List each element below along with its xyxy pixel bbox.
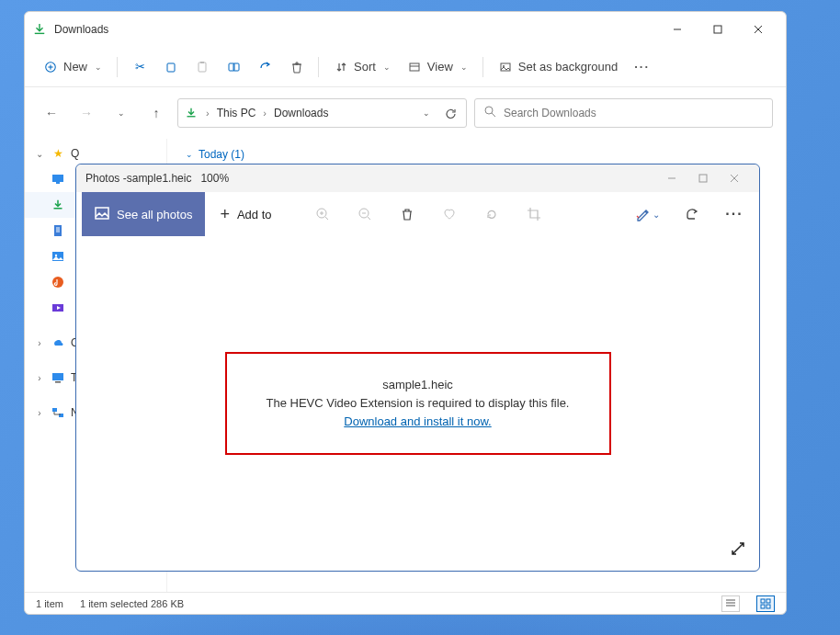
new-button[interactable]: New ⌄ bbox=[36, 52, 109, 82]
chevron-down-icon: ⌄ bbox=[653, 210, 660, 220]
share-button[interactable] bbox=[673, 196, 711, 232]
svg-point-26 bbox=[52, 277, 63, 288]
svg-rect-40 bbox=[699, 175, 707, 182]
svg-rect-28 bbox=[52, 373, 63, 380]
cloud-icon bbox=[51, 335, 65, 350]
cut-icon: ✂ bbox=[132, 60, 147, 74]
breadcrumb-root[interactable]: This PC bbox=[217, 107, 256, 119]
delete-button[interactable] bbox=[281, 52, 311, 82]
crop-button[interactable] bbox=[515, 196, 553, 232]
edit-button[interactable]: ⌄ bbox=[625, 196, 669, 232]
resize-handle-icon[interactable] bbox=[730, 540, 746, 561]
zoom-out-button[interactable] bbox=[346, 196, 384, 232]
sidebar-label: Q bbox=[71, 147, 79, 160]
view-button[interactable]: View ⌄ bbox=[400, 52, 475, 82]
pictures-icon bbox=[51, 249, 65, 264]
more-button[interactable]: ··· bbox=[715, 196, 754, 232]
videos-icon bbox=[51, 300, 65, 315]
photos-toolbar: See all photos + Add to ⌄ ··· bbox=[76, 192, 759, 236]
paste-button[interactable] bbox=[187, 52, 217, 82]
maximize-button[interactable] bbox=[687, 166, 719, 190]
sort-icon bbox=[334, 60, 348, 74]
new-icon bbox=[43, 60, 58, 74]
address-box[interactable]: › This PC › Downloads ⌄ bbox=[177, 98, 467, 128]
svg-rect-36 bbox=[766, 599, 770, 603]
explorer-addressbar: ← → ⌄ ↑ › This PC › Downloads ⌄ Search D… bbox=[25, 87, 786, 139]
copy-button[interactable] bbox=[156, 52, 186, 82]
svg-line-47 bbox=[325, 217, 328, 220]
set-background-button[interactable]: Set as background bbox=[491, 52, 625, 82]
documents-icon bbox=[51, 223, 65, 238]
selection-info: 1 item selected 286 KB bbox=[80, 598, 184, 609]
chevron-down-icon: ⌄ bbox=[95, 62, 102, 72]
chevron-down-icon: ⌄ bbox=[186, 150, 193, 159]
download-extension-link[interactable]: Download and install it now. bbox=[344, 414, 491, 428]
back-button[interactable]: ← bbox=[38, 99, 65, 127]
svg-rect-37 bbox=[761, 605, 765, 608]
share-button[interactable] bbox=[250, 52, 279, 82]
up-button[interactable]: ↑ bbox=[142, 99, 170, 127]
svg-rect-29 bbox=[55, 381, 61, 383]
add-to-label: Add to bbox=[237, 208, 272, 221]
search-placeholder: Search Downloads bbox=[504, 107, 596, 119]
refresh-button[interactable] bbox=[440, 103, 460, 123]
history-dropdown[interactable]: ⌄ bbox=[416, 103, 437, 123]
see-all-photos-button[interactable]: See all photos bbox=[82, 192, 205, 236]
gallery-icon bbox=[95, 206, 109, 223]
favorite-button[interactable] bbox=[430, 196, 469, 232]
downloads-icon bbox=[32, 22, 47, 37]
forward-button[interactable]: → bbox=[73, 99, 100, 127]
group-label: Today (1) bbox=[199, 148, 244, 161]
chevron-down-icon: ⌄ bbox=[34, 149, 45, 159]
cut-button[interactable]: ✂ bbox=[125, 52, 154, 82]
photos-titlebar: Photos - sample1.heic 100% bbox=[76, 164, 759, 192]
chevron-right-icon: › bbox=[206, 108, 210, 119]
breadcrumb-current[interactable]: Downloads bbox=[274, 107, 328, 119]
chevron-right-icon: › bbox=[263, 108, 267, 119]
zoom-level: 100% bbox=[200, 172, 229, 185]
sort-button[interactable]: Sort ⌄ bbox=[326, 52, 398, 82]
chevron-right-icon: › bbox=[34, 408, 45, 418]
music-icon bbox=[51, 275, 65, 289]
see-all-label: See all photos bbox=[117, 208, 192, 221]
item-count: 1 item bbox=[36, 598, 63, 609]
svg-rect-1 bbox=[714, 26, 721, 33]
set-bg-label: Set as background bbox=[518, 60, 618, 74]
view-label: View bbox=[427, 60, 453, 74]
desktop-icon bbox=[51, 172, 65, 187]
svg-rect-8 bbox=[199, 62, 206, 72]
close-button[interactable] bbox=[719, 166, 750, 190]
svg-rect-30 bbox=[52, 408, 57, 412]
add-to-button[interactable]: + Add to bbox=[209, 196, 282, 232]
zoom-in-button[interactable] bbox=[303, 196, 342, 232]
plus-icon: + bbox=[220, 205, 230, 224]
svg-line-50 bbox=[368, 217, 370, 220]
delete-icon bbox=[289, 60, 303, 74]
rotate-button[interactable] bbox=[472, 196, 511, 232]
chevron-down-icon: ⌄ bbox=[460, 62, 468, 72]
svg-rect-35 bbox=[761, 599, 765, 603]
minimize-button[interactable] bbox=[657, 16, 698, 43]
content-group-header[interactable]: ⌄ Today (1) bbox=[186, 148, 767, 161]
photos-content: sample1.heic The HEVC Video Extension is… bbox=[76, 236, 759, 571]
maximize-button[interactable] bbox=[698, 16, 738, 43]
photos-title-prefix: Photos - bbox=[85, 172, 127, 185]
more-button[interactable]: ··· bbox=[627, 52, 657, 82]
close-button[interactable] bbox=[738, 16, 778, 43]
downloads-icon bbox=[51, 198, 65, 212]
minimize-button[interactable] bbox=[656, 166, 687, 190]
svg-point-25 bbox=[55, 255, 57, 256]
sidebar-item-quickaccess[interactable]: ⌄ ★ Q bbox=[25, 141, 166, 166]
explorer-titlebar: Downloads bbox=[25, 12, 786, 47]
details-view-button[interactable] bbox=[721, 595, 740, 612]
search-box[interactable]: Search Downloads bbox=[474, 98, 773, 128]
new-label: New bbox=[63, 60, 87, 74]
rename-button[interactable] bbox=[219, 52, 248, 82]
recent-button[interactable]: ⌄ bbox=[108, 99, 135, 127]
explorer-toolbar: New ⌄ ✂ Sort ⌄ View ⌄ Set as background … bbox=[25, 47, 786, 87]
icons-view-button[interactable] bbox=[756, 595, 775, 612]
photos-window: Photos - sample1.heic 100% See all photo… bbox=[75, 164, 760, 572]
delete-button[interactable] bbox=[388, 196, 426, 232]
wallpaper-icon bbox=[498, 60, 513, 74]
chevron-right-icon: › bbox=[34, 373, 45, 383]
